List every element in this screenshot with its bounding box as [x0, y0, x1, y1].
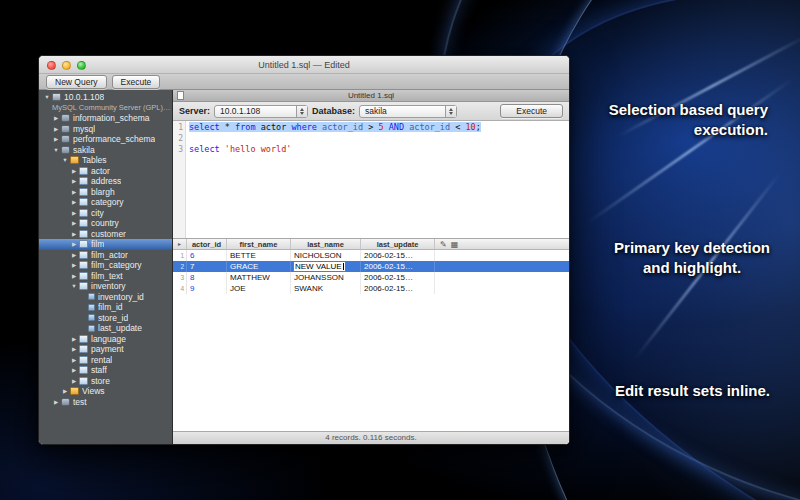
sidebar-item-views[interactable]: ▶Views	[39, 386, 172, 397]
column-header-first_name[interactable]: first_name	[227, 239, 291, 249]
sidebar-item-sakila[interactable]: ▼sakila	[39, 145, 172, 156]
disclosure-collapsed-icon[interactable]: ▶	[70, 189, 78, 195]
zoom-button[interactable]	[77, 61, 86, 70]
disclosure-collapsed-icon[interactable]: ▶	[70, 346, 78, 352]
disclosure-collapsed-icon[interactable]: ▶	[70, 336, 78, 342]
cell-actor_id[interactable]: 6	[187, 250, 227, 261]
sidebar-item-information-schema[interactable]: ▶information_schema	[39, 113, 172, 124]
sidebar-item-label: blargh	[91, 187, 115, 197]
execute-toolbar-button[interactable]: Execute	[112, 75, 161, 89]
sidebar-item-label: rental	[91, 355, 112, 365]
disclosure-collapsed-icon[interactable]: ▶	[52, 115, 60, 121]
column-icon	[88, 325, 95, 332]
sidebar-item-tables[interactable]: ▼Tables	[39, 155, 172, 166]
sidebar-item-label: inventory	[91, 281, 126, 291]
table-row[interactable]: 38MATTHEWJOHANSSON2006-02-15…	[173, 272, 569, 283]
cell-actor_id[interactable]: 9	[187, 283, 227, 294]
disclosure-collapsed-icon[interactable]: ▶	[52, 399, 60, 405]
sidebar-item-rental[interactable]: ▶rental	[39, 355, 172, 366]
disclosure-expanded-icon[interactable]: ▼	[70, 283, 78, 289]
disclosure-collapsed-icon[interactable]: ▶	[70, 231, 78, 237]
disclosure-collapsed-icon[interactable]: ▶	[70, 357, 78, 363]
cell-last_name[interactable]: NICHOLSON	[291, 250, 361, 261]
editor-code-area[interactable]: select * from actor where actor_id > 5 A…	[186, 121, 569, 238]
sidebar-item-customer[interactable]: ▶customer	[39, 229, 172, 240]
sidebar-item-payment[interactable]: ▶payment	[39, 344, 172, 355]
sidebar-item-last-update[interactable]: last_update	[39, 323, 172, 334]
cell-last_update[interactable]: 2006-02-15…	[361, 250, 435, 261]
cell-actor_id[interactable]: 8	[187, 272, 227, 283]
sidebar-item-inventory[interactable]: ▼inventory	[39, 281, 172, 292]
disclosure-collapsed-icon[interactable]: ▶	[70, 178, 78, 184]
disclosure-collapsed-icon[interactable]: ▶	[70, 210, 78, 216]
disclosure-collapsed-icon[interactable]: ▶	[70, 262, 78, 268]
cell-last_update[interactable]: 2006-02-15…	[361, 272, 435, 283]
sidebar-item-store[interactable]: ▶store	[39, 376, 172, 387]
disclosure-expanded-icon[interactable]: ▼	[61, 157, 69, 163]
cell-actor_id[interactable]: 7	[187, 261, 227, 272]
sidebar-item-store-id[interactable]: store_id	[39, 313, 172, 324]
disclosure-collapsed-icon[interactable]: ▶	[52, 136, 60, 142]
disclosure-expanded-icon[interactable]: ▼	[43, 94, 51, 100]
new-query-button[interactable]: New Query	[46, 75, 107, 89]
cell-last_update[interactable]: 2006-02-15…	[361, 261, 435, 272]
sidebar-item-country[interactable]: ▶country	[39, 218, 172, 229]
execute-query-button[interactable]: Execute	[500, 104, 563, 118]
cell-first_name[interactable]: BETTE	[227, 250, 291, 261]
cell-first_name[interactable]: MATTHEW	[227, 272, 291, 283]
sidebar-item-film-id[interactable]: film_id	[39, 302, 172, 313]
disclosure-collapsed-icon[interactable]: ▶	[70, 241, 78, 247]
sidebar-item-actor[interactable]: ▶actor	[39, 166, 172, 177]
sidebar-item-language[interactable]: ▶language	[39, 334, 172, 345]
sidebar-item-performance-schema[interactable]: ▶performance_schema	[39, 134, 172, 145]
sidebar-item-address[interactable]: ▶address	[39, 176, 172, 187]
cell-last_update[interactable]: 2006-02-15…	[361, 283, 435, 294]
sql-token: actor_id	[322, 122, 363, 132]
sidebar-item-film[interactable]: ▶film	[39, 239, 172, 250]
column-header-last_name[interactable]: last_name	[291, 239, 361, 249]
column-icon	[88, 293, 95, 300]
edit-pencil-icon[interactable]: ✎	[440, 240, 447, 249]
disclosure-collapsed-icon[interactable]: ▶	[70, 378, 78, 384]
disclosure-collapsed-icon[interactable]: ▶	[70, 220, 78, 226]
sidebar-item-film-actor[interactable]: ▶film_actor	[39, 250, 172, 261]
disclosure-collapsed-icon[interactable]: ▶	[70, 168, 78, 174]
disclosure-collapsed-icon[interactable]: ▶	[70, 199, 78, 205]
window-titlebar[interactable]: Untitled 1.sql — Edited	[39, 56, 569, 74]
column-header-last_update[interactable]: last_update	[361, 239, 435, 249]
sidebar-item-blargh[interactable]: ▶blargh	[39, 187, 172, 198]
sidebar-item-film-category[interactable]: ▶film_category	[39, 260, 172, 271]
disclosure-collapsed-icon[interactable]: ▶	[61, 388, 69, 394]
sidebar-item-mysql[interactable]: ▶mysql	[39, 124, 172, 135]
cell-first_name[interactable]: JOE	[227, 283, 291, 294]
sidebar-item-film-text[interactable]: ▶film_text	[39, 271, 172, 282]
tab-untitled-sql[interactable]: Untitled 1.sql	[173, 91, 569, 100]
sidebar-item-category[interactable]: ▶category	[39, 197, 172, 208]
table-row[interactable]: 16BETTENICHOLSON2006-02-15…	[173, 250, 569, 261]
cell-last_name[interactable]: JOHANSSON	[291, 272, 361, 283]
inline-edit-field[interactable]: NEW VALUE	[294, 262, 345, 271]
cell-last_name[interactable]: SWANK	[291, 283, 361, 294]
table-row[interactable]: 27GRACENEW VALUE2006-02-15…	[173, 261, 569, 272]
sql-editor[interactable]: 123 select * from actor where actor_id >…	[173, 121, 569, 239]
cell-last_name[interactable]: NEW VALUE	[291, 261, 361, 272]
disclosure-collapsed-icon[interactable]: ▶	[70, 367, 78, 373]
sidebar-item-test[interactable]: ▶test	[39, 397, 172, 408]
sidebar-item-city[interactable]: ▶city	[39, 208, 172, 219]
minimize-button[interactable]	[62, 61, 71, 70]
disclosure-expanded-icon[interactable]: ▼	[52, 147, 60, 153]
disclosure-collapsed-icon[interactable]: ▶	[52, 126, 60, 132]
sidebar-item-mysql-community-server-gpl-5-6-1[interactable]: MySQL Community Server (GPL) 5.6.1...	[39, 103, 172, 114]
sidebar-item-10-0-1-108[interactable]: ▼10.0.1.108	[39, 92, 172, 103]
close-button[interactable]	[47, 61, 56, 70]
grid-icon[interactable]: ▦	[451, 240, 459, 249]
server-dropdown[interactable]: 10.0.1.108	[214, 105, 308, 118]
database-dropdown[interactable]: sakila	[359, 105, 457, 118]
cell-first_name[interactable]: GRACE	[227, 261, 291, 272]
column-header-actor_id[interactable]: actor_id	[187, 239, 227, 249]
sidebar-item-inventory-id[interactable]: inventory_id	[39, 292, 172, 303]
sidebar-item-staff[interactable]: ▶staff	[39, 365, 172, 376]
table-row[interactable]: 49JOESWANK2006-02-15…	[173, 283, 569, 294]
disclosure-collapsed-icon[interactable]: ▶	[70, 252, 78, 258]
disclosure-collapsed-icon[interactable]: ▶	[70, 273, 78, 279]
